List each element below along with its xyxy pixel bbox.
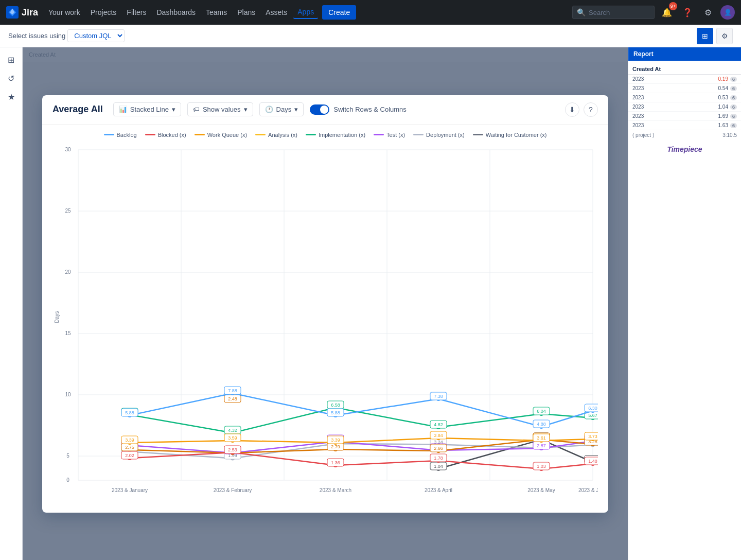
backlog-label: Backlog	[117, 132, 137, 138]
nav-projects[interactable]: Projects	[86, 6, 121, 19]
sidebar-icon-refresh[interactable]: ↺	[3, 70, 20, 86]
right-row-2: 2023 0.54 6	[628, 84, 741, 93]
val-backlog-mar: 5.88	[331, 410, 340, 415]
right-count-2: 6	[730, 86, 737, 91]
sidebar-left: ⊞ ↺ ★	[0, 47, 23, 560]
download-icon[interactable]: ⬇	[565, 102, 579, 117]
modal-title: Average All	[52, 104, 103, 115]
legend-waiting: Waiting for Customer (x)	[473, 132, 547, 138]
notifications-button[interactable]: 🔔 9+	[659, 4, 675, 21]
chart-type-icon: 📊	[119, 106, 127, 113]
legend-deployment: Deployment (x)	[413, 132, 465, 138]
right-count-1: 6	[730, 77, 737, 82]
y-label-20: 20	[65, 269, 71, 275]
implementation-legend-color	[306, 134, 316, 135]
modal-overlay[interactable]: Average All 📊 Stacked Line ▾ 🏷 Show valu…	[23, 47, 628, 560]
right-year-4: 2023	[632, 104, 718, 110]
workqueue-label: Work Queue (x)	[207, 132, 247, 138]
chart-area: Backlog Blocked (x) Work Queue (x)	[42, 125, 608, 513]
right-val-1: 0.19	[718, 76, 728, 82]
toggle-switch[interactable]	[310, 104, 329, 115]
modal-right-icons: ⬇ ?	[565, 102, 598, 117]
analysis-legend-color	[255, 134, 266, 135]
days-button[interactable]: 🕐 Days ▾	[259, 102, 304, 116]
val-wq-apr: 3.84	[434, 433, 443, 438]
chart-wrapper: 30 25 20 15 10 5 0 Days	[52, 142, 598, 502]
val-blocked-mar: 1.36	[331, 460, 340, 465]
right-count-6: 6	[730, 123, 737, 128]
avatar[interactable]: 👤	[720, 5, 735, 20]
view-toggle[interactable]: ⊞	[697, 28, 713, 44]
y-label-0: 0	[66, 477, 69, 483]
val-impl-feb: 4.32	[228, 428, 237, 433]
right-val-2: 0.54	[718, 85, 728, 91]
app-logo[interactable]: Jira	[6, 6, 38, 19]
right-created-header: Created At	[628, 64, 741, 75]
nav-plans[interactable]: Plans	[233, 6, 259, 19]
y-label-5: 5	[66, 453, 69, 459]
notification-badge: 9+	[669, 2, 677, 10]
switch-toggle[interactable]: Switch Rows & Columns	[310, 104, 407, 115]
right-row-4: 2023 1.04 6	[628, 102, 741, 112]
right-year-1: 2023	[632, 76, 718, 82]
timepiece-logo: Timepiece	[667, 145, 702, 153]
val-backlog-may: 4.88	[537, 422, 546, 427]
blocked-label: Blocked (x)	[158, 132, 186, 138]
nav-filters[interactable]: Filters	[122, 6, 150, 19]
test-legend-color	[374, 134, 384, 135]
logo-text: Jira	[22, 7, 38, 18]
val-wq-feb: 3.59	[228, 435, 237, 441]
x-label-jan: 2023 & January	[112, 487, 148, 493]
nav-dashboards[interactable]: Dashboards	[152, 6, 200, 19]
help-icon[interactable]: ?	[584, 102, 598, 117]
sidebar-right: Report Created At 2023 0.19 6 2023 0.54 …	[628, 47, 741, 560]
right-row-3: 2023 0.53 6	[628, 93, 741, 102]
val-impl-apr: 4.82	[434, 422, 443, 427]
val-blocked-jun: 1.48	[588, 459, 597, 464]
nav-your-work[interactable]: Your work	[44, 6, 84, 19]
waiting-label: Waiting for Customer (x)	[486, 132, 547, 138]
right-val-5: 1.69	[718, 113, 728, 119]
chart-type-button[interactable]: 📊 Stacked Line ▾	[113, 102, 181, 116]
nav-assets[interactable]: Assets	[261, 6, 291, 19]
right-year-5: 2023	[632, 113, 718, 119]
layout: ⊞ ↺ ★ Created At Average All 📊 Stacked L…	[0, 47, 741, 560]
y-axis-title: Days	[54, 311, 60, 323]
right-count-4: 6	[730, 104, 737, 110]
create-button[interactable]: Create	[322, 5, 356, 20]
deployment-label: Deployment (x)	[426, 132, 465, 138]
right-val-6: 1.63	[718, 122, 728, 128]
y-label-30: 30	[65, 147, 71, 152]
chevron-down-icon3: ▾	[294, 106, 298, 113]
legend-workqueue: Work Queue (x)	[195, 132, 247, 138]
right-year-3: 2023	[632, 95, 718, 100]
chart-type-label: Stacked Line	[130, 106, 169, 113]
y-label-25: 25	[65, 208, 71, 214]
right-row-5: 2023 1.69 6	[628, 112, 741, 121]
show-values-label: Show values	[203, 106, 241, 113]
val-blocked-feb: 2.53	[228, 447, 237, 452]
nav-apps[interactable]: Apps	[293, 6, 318, 19]
subbar: Select issues using Custom JQL ⊞ ⚙	[0, 25, 741, 47]
val-impl-mar: 6.58	[331, 402, 340, 408]
sidebar-icon-star[interactable]: ★	[3, 89, 20, 105]
right-year-6: 2023	[632, 122, 718, 128]
right-row-6: 2023 1.63 6	[628, 121, 741, 130]
legend-implementation: Implementation (x)	[306, 132, 365, 138]
blocked-legend-color	[145, 134, 155, 135]
right-count-3: 6	[730, 95, 737, 100]
legend-backlog: Backlog	[104, 132, 137, 138]
search-box[interactable]: 🔍 Search	[572, 6, 655, 19]
help-button[interactable]: ❓	[679, 4, 696, 21]
jql-dropdown[interactable]: Custom JQL	[67, 29, 125, 42]
val-wq-mar: 3.39	[331, 437, 340, 443]
chart-modal: Average All 📊 Stacked Line ▾ 🏷 Show valu…	[42, 95, 608, 513]
settings-toggle[interactable]: ⚙	[716, 28, 733, 44]
nav-right: 🔍 Search 🔔 9+ ❓ ⚙ 👤	[572, 4, 735, 21]
tag-icon: 🏷	[193, 106, 200, 113]
nav-teams[interactable]: Teams	[202, 6, 231, 19]
val-analysis-feb: 2.48	[228, 396, 237, 401]
show-values-button[interactable]: 🏷 Show values ▾	[187, 102, 253, 116]
settings-button[interactable]: ⚙	[700, 4, 716, 21]
sidebar-icon-grid[interactable]: ⊞	[3, 51, 20, 68]
